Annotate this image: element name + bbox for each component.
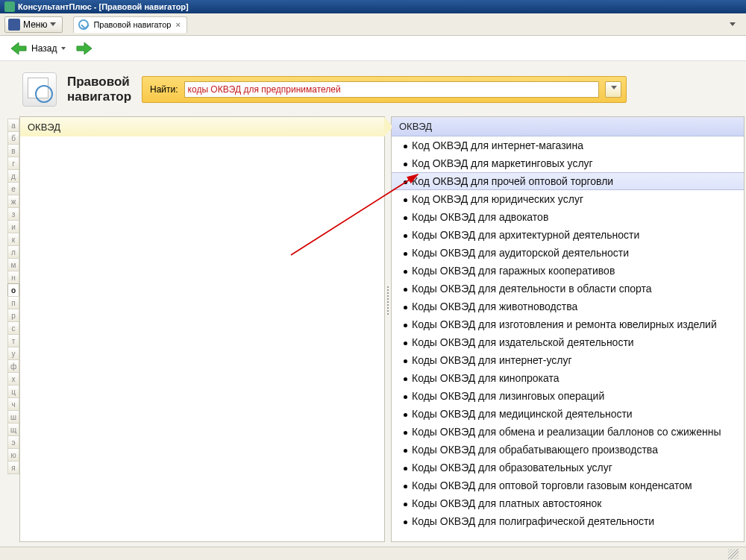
bullet-icon: [404, 252, 407, 256]
alpha-letter[interactable]: щ: [7, 423, 19, 436]
alpha-letter[interactable]: ж: [7, 195, 19, 208]
menu-label: Меню: [23, 19, 47, 30]
bullet-icon: [404, 270, 407, 274]
list-item[interactable]: Коды ОКВЭД для издательской деятельности: [392, 333, 744, 351]
search-input[interactable]: [184, 81, 599, 98]
alpha-letter[interactable]: т: [7, 334, 19, 347]
list-item-label: Коды ОКВЭД для образовательных услуг: [412, 462, 612, 474]
alpha-letter[interactable]: л: [7, 245, 19, 259]
bullet-icon: [404, 449, 407, 453]
search-action-button[interactable]: [605, 81, 621, 98]
alpha-letter[interactable]: ф: [7, 359, 19, 373]
list-item[interactable]: Код ОКВЭД для прочей оптовой торговли: [392, 172, 744, 190]
list-item-label: Коды ОКВЭД для гаражных кооперативов: [412, 265, 615, 277]
alpha-letter[interactable]: к: [7, 233, 19, 246]
list-item[interactable]: Коды ОКВЭД для животноводства: [392, 298, 744, 315]
alpha-letter[interactable]: х: [7, 372, 19, 386]
bullet-icon: [404, 413, 407, 417]
alpha-letter[interactable]: о: [7, 283, 19, 297]
list-item[interactable]: Коды ОКВЭД для деятельности в области сп…: [392, 280, 744, 298]
alpha-letter[interactable]: ю: [7, 448, 19, 462]
alpha-letter[interactable]: б: [7, 131, 19, 145]
alpha-letter[interactable]: э: [7, 435, 19, 449]
list-item-label: Коды ОКВЭД для изготовления и ремонта юв…: [412, 318, 717, 330]
alpha-letter[interactable]: п: [7, 296, 19, 309]
list-item-label: Коды ОКВЭД для лизинговых операций: [412, 390, 604, 402]
right-pane-header: ОКВЭД: [392, 117, 744, 136]
list-item-label: Код ОКВЭД для юридических услуг: [412, 193, 583, 205]
alpha-letter[interactable]: д: [7, 169, 19, 183]
list-item[interactable]: Коды ОКВЭД для гаражных кооперативов: [392, 262, 744, 280]
list-item[interactable]: Код ОКВЭД для юридических услуг: [392, 190, 744, 208]
navigator-icon: [78, 19, 89, 30]
back-button[interactable]: [10, 41, 27, 56]
bullet-icon: [404, 198, 407, 202]
alpha-letter[interactable]: г: [7, 157, 19, 170]
alpha-letter[interactable]: в: [7, 144, 19, 157]
list-item-label: Коды ОКВЭД для аудиторской деятельности: [412, 247, 629, 259]
alpha-letter[interactable]: ш: [7, 410, 19, 424]
tab-label: Правовой навигатор: [93, 20, 171, 29]
list-item-label: Код ОКВЭД для интернет-магазина: [412, 139, 583, 151]
list-item[interactable]: Коды ОКВЭД для образовательных услуг: [392, 459, 744, 476]
tab-close-button[interactable]: ×: [175, 20, 180, 29]
alpha-letter[interactable]: я: [7, 461, 19, 474]
list-item-label: Код ОКВЭД для прочей оптовой торговли: [412, 175, 613, 187]
list-item[interactable]: Код ОКВЭД для интернет-магазина: [392, 136, 744, 154]
list-item[interactable]: Код ОКВЭД для маркетинговых услуг: [392, 154, 744, 172]
alpha-letter[interactable]: е: [7, 182, 19, 195]
tabs-overflow-icon[interactable]: [730, 22, 736, 26]
list-item-label: Код ОКВЭД для маркетинговых услуг: [412, 157, 593, 169]
bullet-icon: [404, 395, 407, 399]
alpha-letter[interactable]: с: [7, 321, 19, 335]
list-item[interactable]: Коды ОКВЭД для медицинской деятельности: [392, 405, 744, 423]
alpha-letter[interactable]: ц: [7, 385, 19, 398]
nav-toolbar: Назад: [0, 36, 746, 61]
menubar: Меню Правовой навигатор ×: [0, 13, 746, 36]
forward-button[interactable]: [76, 41, 93, 56]
alpha-letter[interactable]: ч: [7, 397, 19, 411]
content-area: Правовой навигатор Найти: абвгдежзиклмно…: [0, 61, 746, 547]
list-item[interactable]: Коды ОКВЭД для адвокатов: [392, 208, 744, 226]
alpha-letter[interactable]: з: [7, 207, 19, 221]
list-item[interactable]: Коды ОКВЭД для обрабатывающего производс…: [392, 441, 744, 459]
list-item[interactable]: Коды ОКВЭД для оптовой торговли газовым …: [392, 476, 744, 494]
list-item[interactable]: Коды ОКВЭД для платных автостоянок: [392, 494, 744, 512]
list-item[interactable]: Коды ОКВЭД для лизинговых операций: [392, 387, 744, 405]
alphabet-index: абвгдежзиклмнопрстуфхцчшщэюя: [7, 119, 19, 542]
statusbar: [0, 547, 746, 560]
list-item[interactable]: Коды ОКВЭД для аудиторской деятельности: [392, 244, 744, 262]
bullet-icon: [404, 520, 407, 524]
list-item[interactable]: Коды ОКВЭД для архитектурной деятельност…: [392, 226, 744, 244]
list-item[interactable]: Коды ОКВЭД для кинопроката: [392, 369, 744, 387]
bullet-icon: [404, 485, 407, 488]
alpha-letter[interactable]: и: [7, 220, 19, 233]
list-item-label: Коды ОКВЭД для кинопроката: [412, 372, 559, 384]
page-title: Правовой навигатор: [67, 75, 131, 104]
window-titlebar: КонсультантПлюс - [Правовой навигатор]: [0, 0, 746, 13]
alpha-letter[interactable]: м: [7, 258, 19, 271]
tab-navigator[interactable]: Правовой навигатор ×: [73, 16, 186, 33]
left-pane-body: [20, 136, 384, 541]
menu-button[interactable]: Меню: [4, 16, 63, 33]
bullet-icon: [404, 234, 407, 238]
bullet-icon: [404, 377, 407, 381]
alpha-letter[interactable]: н: [7, 271, 19, 284]
list-item[interactable]: Коды ОКВЭД для изготовления и ремонта юв…: [392, 315, 744, 333]
list-item[interactable]: Коды ОКВЭД для полиграфической деятельно…: [392, 512, 744, 530]
alpha-letter[interactable]: р: [7, 309, 19, 322]
list-item[interactable]: Коды ОКВЭД для обмена и реализации балло…: [392, 423, 744, 441]
arrow-right-icon: [76, 41, 93, 56]
bullet-icon: [404, 180, 407, 184]
bullet-icon: [404, 324, 407, 327]
results-list[interactable]: Код ОКВЭД для интернет-магазинаКод ОКВЭД…: [392, 136, 744, 541]
alpha-letter[interactable]: у: [7, 347, 19, 360]
list-item[interactable]: Коды ОКВЭД для интернет-услуг: [392, 351, 744, 369]
bullet-icon: [404, 163, 407, 166]
search-label: Найти:: [150, 84, 178, 95]
pane-splitter[interactable]: [385, 116, 391, 542]
bullet-icon: [404, 145, 407, 148]
back-dropdown[interactable]: [61, 47, 66, 50]
alpha-letter[interactable]: а: [7, 119, 19, 132]
resize-grip-icon[interactable]: [728, 549, 739, 559]
